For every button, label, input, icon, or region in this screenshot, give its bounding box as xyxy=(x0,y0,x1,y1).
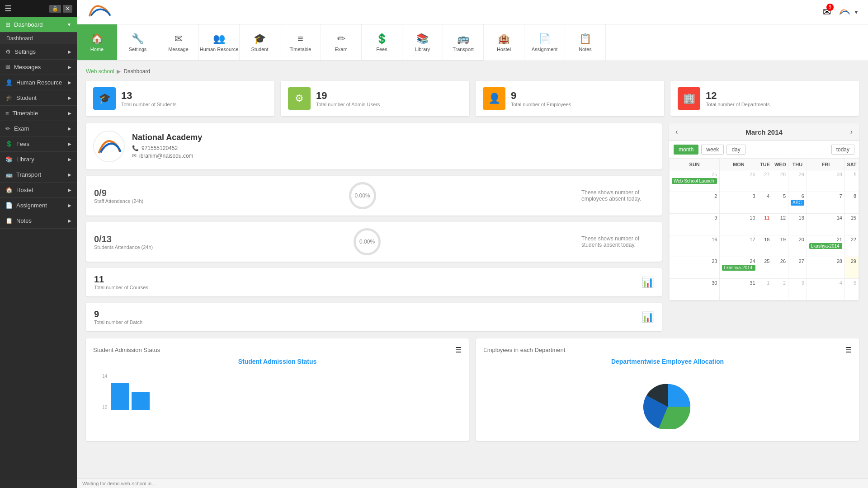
sidebar-item-settings[interactable]: ⚙ Settings ▶ xyxy=(0,44,77,60)
calendar-next-button[interactable]: › xyxy=(850,128,853,136)
calendar-prev-button[interactable]: ‹ xyxy=(675,128,678,136)
nav-library[interactable]: 📚 Library xyxy=(402,24,443,61)
cal-cell[interactable]: 3 xyxy=(788,279,807,300)
hamburger-icon[interactable]: ☰ xyxy=(5,4,12,14)
sidebar-item-timetable[interactable]: ≡ Timetable ▶ xyxy=(0,106,77,121)
fees-nav-icon: 💲 xyxy=(376,33,388,45)
calendar-week-button[interactable]: week xyxy=(701,145,724,155)
nav-transport[interactable]: 🚌 Transport xyxy=(443,24,484,61)
nav-student[interactable]: 🎓 Student xyxy=(240,24,280,61)
sidebar-item-fees[interactable]: 💲 Fees ▶ xyxy=(0,136,77,152)
cal-cell[interactable]: 8 xyxy=(844,192,859,214)
cal-cell[interactable]: 4 xyxy=(758,192,772,214)
school-logo xyxy=(93,131,125,162)
mail-button[interactable]: ✉ 9 xyxy=(823,6,831,18)
chevron-right-icon2: ▶ xyxy=(68,65,71,70)
nav-timetable[interactable]: ≡ Timetable xyxy=(280,24,321,61)
breadcrumb-parent[interactable]: Web school xyxy=(86,68,114,75)
cal-cell[interactable]: 16 xyxy=(670,235,720,257)
sidebar-item-hostel[interactable]: 🏠 Hostel ▶ xyxy=(0,183,77,198)
cal-cell[interactable]: 10 xyxy=(720,214,758,235)
sidebar-item-student[interactable]: 🎓 Student ▶ xyxy=(0,90,77,106)
main-area: ✉ 9 ▼ 🏠 Home 🔧 Settings ✉ Message xyxy=(77,0,868,488)
cal-cell[interactable]: 24Lkashya-2014 xyxy=(720,257,758,279)
student-icon: 🎓 xyxy=(5,94,13,101)
dept-pie-chart xyxy=(483,371,852,434)
close-button[interactable]: ✕ xyxy=(63,5,72,13)
cal-cell[interactable]: 13 xyxy=(788,214,807,235)
dept-chart-menu-icon[interactable]: ☰ xyxy=(845,346,852,354)
sidebar-item-assignment[interactable]: 📄 Assignment ▶ xyxy=(0,198,77,213)
nav-fees[interactable]: 💲 Fees xyxy=(362,24,402,61)
cal-cell[interactable]: 14 xyxy=(807,214,844,235)
cal-event[interactable]: ABC xyxy=(791,200,804,206)
cal-cell[interactable]: 28 xyxy=(807,257,844,279)
cal-cell[interactable]: 1 xyxy=(758,279,772,300)
cal-cell[interactable]: 21Lkashya-2014 xyxy=(807,235,844,257)
cal-cell[interactable]: 4 xyxy=(807,279,844,300)
admission-chart-menu-icon[interactable]: ☰ xyxy=(455,346,462,354)
nav-notes[interactable]: 📋 Notes xyxy=(565,24,606,61)
cal-cell[interactable]: 31 xyxy=(720,279,758,300)
statusbar: Waiting for demo.web-school.in... xyxy=(77,479,868,488)
cal-cell[interactable]: 1 xyxy=(844,170,859,192)
cal-cell[interactable]: 12 xyxy=(772,214,788,235)
employees-stat-icon: 👤 xyxy=(483,87,505,110)
nav-home[interactable]: 🏠 Home xyxy=(77,24,118,61)
cal-cell[interactable]: 6ABC xyxy=(788,192,807,214)
cal-cell[interactable]: 2 xyxy=(772,279,788,300)
hostel-nav-icon: 🏨 xyxy=(498,33,510,45)
nav-exam[interactable]: ✏ Exam xyxy=(321,24,362,61)
calendar-month-button[interactable]: month xyxy=(674,145,698,155)
cal-cell[interactable]: 25 xyxy=(758,257,772,279)
sidebar-item-library[interactable]: 📚 Library ▶ xyxy=(0,152,77,167)
cal-cell[interactable]: 29 xyxy=(788,170,807,192)
cal-cell[interactable]: 15 xyxy=(844,214,859,235)
nav-hostel[interactable]: 🏨 Hostel xyxy=(484,24,524,61)
calendar-today-button[interactable]: today xyxy=(831,145,854,155)
cal-cell[interactable]: 25Web School Launch xyxy=(670,170,720,192)
cal-event[interactable]: Lkashya-2014 xyxy=(722,265,755,271)
sidebar-sub-dashboard[interactable]: Dashboard xyxy=(0,33,77,44)
cal-cell[interactable]: 9 xyxy=(670,214,720,235)
cal-cell[interactable]: 27 xyxy=(788,257,807,279)
cal-cell[interactable]: 30 xyxy=(670,279,720,300)
cal-cell[interactable]: 26 xyxy=(720,170,758,192)
cal-cell[interactable]: 5 xyxy=(844,279,859,300)
cal-cell[interactable]: 17 xyxy=(720,235,758,257)
nav-message[interactable]: ✉ Message xyxy=(158,24,199,61)
courses-chart-icon[interactable]: 📊 xyxy=(642,277,654,288)
cal-cell[interactable]: 2 xyxy=(670,192,720,214)
cal-event[interactable]: Lkashya-2014 xyxy=(809,243,842,249)
cal-cell[interactable]: 19 xyxy=(772,235,788,257)
sidebar-item-transport[interactable]: 🚌 Transport ▶ xyxy=(0,167,77,183)
cal-cell[interactable]: 23 xyxy=(670,257,720,279)
sidebar-item-notes[interactable]: 📋 Notes ▶ xyxy=(0,213,77,229)
cal-cell[interactable]: 20 xyxy=(788,235,807,257)
nav-assignment[interactable]: 📄 Assignment xyxy=(524,24,565,61)
cal-cell[interactable]: 27 xyxy=(758,170,772,192)
sidebar-item-human-resource[interactable]: 👤 Human Resource ▶ xyxy=(0,75,77,90)
sidebar-item-exam[interactable]: ✏ Exam ▶ xyxy=(0,121,77,136)
nav-human-resource[interactable]: 👥 Human Resource xyxy=(199,24,240,61)
lock-button[interactable]: 🔒 xyxy=(49,5,61,13)
cal-cell[interactable]: 29 xyxy=(844,257,859,279)
exam-nav-icon: ✏ xyxy=(337,33,345,45)
cal-cell[interactable]: 3 xyxy=(720,192,758,214)
cal-cell[interactable]: 28 xyxy=(807,170,844,192)
nav-settings[interactable]: 🔧 Settings xyxy=(118,24,158,61)
cal-cell[interactable]: 5 xyxy=(772,192,788,214)
cal-col-sat: SAT xyxy=(844,159,859,170)
cal-cell[interactable]: 18 xyxy=(758,235,772,257)
cal-cell[interactable]: 22 xyxy=(844,235,859,257)
cal-cell[interactable]: 28 xyxy=(772,170,788,192)
cal-cell[interactable]: 26 xyxy=(772,257,788,279)
cal-cell[interactable]: 11 xyxy=(758,214,772,235)
sidebar-item-dashboard[interactable]: ⊞ Dashboard ▼ xyxy=(0,17,77,33)
cal-cell[interactable]: 7 xyxy=(807,192,844,214)
sidebar-item-messages[interactable]: ✉ Messages ▶ xyxy=(0,60,77,75)
calendar-day-button[interactable]: day xyxy=(726,145,745,155)
cal-event-web-school[interactable]: Web School Launch xyxy=(672,178,717,184)
batch-chart-icon[interactable]: 📊 xyxy=(642,311,654,323)
user-menu[interactable]: ▼ xyxy=(838,6,859,19)
